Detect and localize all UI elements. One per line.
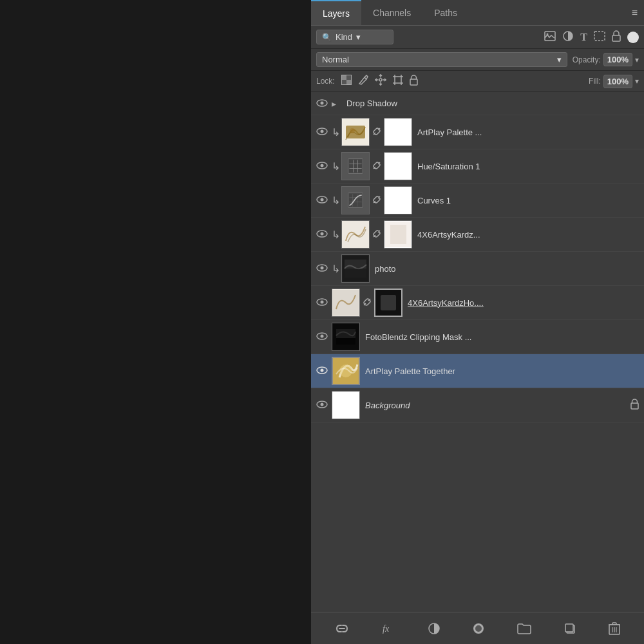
svg-rect-4 <box>612 35 620 41</box>
visibility-icon[interactable] <box>316 399 328 411</box>
link-icon <box>372 229 381 240</box>
link-icon <box>363 298 372 308</box>
adjustment-icon <box>341 152 370 180</box>
svg-point-26 <box>350 128 355 133</box>
mask-thumbnail <box>384 118 412 146</box>
filter-row: 🔍 Kind ▾ T <box>311 26 644 49</box>
kind-label: Kind <box>336 32 352 42</box>
visibility-icon[interactable] <box>316 126 328 138</box>
layer-name: FotoBlendz Clipping Mask ... <box>365 332 639 342</box>
visibility-icon[interactable] <box>316 229 328 240</box>
svg-point-80 <box>475 625 482 632</box>
layer-name: 4X6ArtsyKardzHo.... <box>408 298 639 308</box>
group-expand-icon[interactable]: ▸ <box>332 99 336 109</box>
clip-arrow-icon: ↳ <box>332 194 340 207</box>
add-style-icon[interactable]: fx <box>381 623 395 634</box>
svg-point-1 <box>547 33 549 35</box>
layer-name: Background <box>365 401 627 410</box>
opacity-value[interactable]: 100% <box>603 53 632 66</box>
layer-name: Hue/Saturation 1 <box>417 162 639 171</box>
layer-name: ArtPlay Palette ... <box>417 128 639 137</box>
svg-point-22 <box>321 101 324 104</box>
link-layers-icon[interactable] <box>335 623 349 634</box>
visibility-icon[interactable] <box>316 194 328 206</box>
lock-artboard-icon[interactable] <box>393 75 403 88</box>
clip-arrow-icon: ↳ <box>332 229 340 241</box>
visibility-icon[interactable] <box>316 331 328 343</box>
svg-rect-47 <box>385 187 411 213</box>
layer-name: photo <box>375 264 639 274</box>
filter-circle-indicator <box>627 32 639 43</box>
visibility-icon[interactable] <box>316 263 328 274</box>
svg-rect-5 <box>341 75 346 80</box>
svg-point-73 <box>321 403 324 406</box>
opacity-label: Opacity: <box>573 55 601 64</box>
fill-label: Fill: <box>589 77 601 86</box>
filter-text-icon[interactable]: T <box>580 32 587 43</box>
clip-arrow-icon: ↳ <box>332 126 340 138</box>
bottom-toolbar: fx <box>311 612 644 644</box>
svg-rect-75 <box>631 403 638 409</box>
layer-fotoblendz[interactable]: FotoBlendz Clipping Mask ... <box>311 320 644 354</box>
layer-name: ArtPlay Palette Together <box>365 366 639 376</box>
create-group-icon[interactable] <box>517 623 531 634</box>
lock-position-icon[interactable] <box>375 74 386 88</box>
svg-point-24 <box>321 130 324 133</box>
layer-photo[interactable]: ↳ photo <box>311 252 644 286</box>
layer-hue-saturation[interactable]: ↳ Hue/Saturation 1 <box>311 149 644 184</box>
svg-point-64 <box>321 335 324 338</box>
layer-thumbnail <box>332 391 360 419</box>
svg-point-39 <box>321 198 324 202</box>
fill-section: Fill: 100% ▾ <box>589 75 639 88</box>
blend-mode-dropdown[interactable]: Normal ▾ <box>316 52 567 67</box>
delete-layer-icon[interactable] <box>609 622 620 635</box>
svg-point-71 <box>339 365 352 377</box>
layer-artplay-together[interactable]: ArtPlay Palette Together <box>311 354 644 388</box>
lock-transparency-icon[interactable] <box>341 75 352 88</box>
svg-point-10 <box>379 79 382 81</box>
lock-image-icon[interactable] <box>358 75 368 88</box>
visibility-icon[interactable] <box>316 365 328 377</box>
fill-value[interactable]: 100% <box>603 75 632 88</box>
fill-chevron[interactable]: ▾ <box>635 77 639 86</box>
lock-label: Lock: <box>316 77 335 86</box>
layer-4x6-artsy-2[interactable]: 4X6ArtsyKardzHo.... <box>311 286 644 320</box>
tab-layers[interactable]: Layers <box>311 0 361 25</box>
svg-rect-7 <box>346 75 352 80</box>
add-adjustment-icon[interactable] <box>472 622 485 635</box>
layer-artplay-palette[interactable]: ↳ ArtPlay Palette ... <box>311 115 644 149</box>
svg-text:fx: fx <box>383 624 390 634</box>
panel-menu-icon[interactable]: ≡ <box>632 7 638 19</box>
layer-4x6-artsy-1[interactable]: ↳ 4X6ArtsyKardz... <box>311 218 644 252</box>
visibility-icon[interactable] <box>316 98 328 109</box>
opacity-section: Opacity: 100% ▾ <box>573 53 639 66</box>
filter-lock-icon[interactable] <box>612 30 621 44</box>
svg-point-69 <box>321 369 324 372</box>
layer-drop-shadow[interactable]: ▸ Drop Shadow <box>311 92 644 115</box>
opacity-chevron[interactable]: ▾ <box>635 55 639 64</box>
svg-rect-25 <box>343 119 368 145</box>
kind-chevron: ▾ <box>356 32 361 42</box>
layers-list: ▸ Drop Shadow ↳ ArtPlay Palette ... <box>311 92 644 612</box>
visibility-icon[interactable] <box>316 160 328 172</box>
layer-background[interactable]: Background <box>311 388 644 422</box>
filter-image-icon[interactable] <box>544 31 556 44</box>
tab-paths[interactable]: Paths <box>422 0 469 25</box>
kind-dropdown[interactable]: 🔍 Kind ▾ <box>316 30 393 44</box>
link-icon <box>372 127 381 138</box>
lock-all-icon[interactable] <box>410 75 418 88</box>
visibility-icon[interactable] <box>316 297 328 308</box>
tab-channels[interactable]: Channels <box>361 0 422 25</box>
duplicate-layer-icon[interactable] <box>564 622 576 635</box>
layer-curves[interactable]: ↳ Curv <box>311 184 644 218</box>
add-mask-icon[interactable] <box>428 622 440 635</box>
svg-point-49 <box>321 232 324 236</box>
layer-thumbnail <box>341 118 370 146</box>
adjustment-icon <box>341 186 370 214</box>
filter-shape-icon[interactable] <box>594 31 605 44</box>
filter-halftone-icon[interactable] <box>562 30 574 44</box>
svg-rect-27 <box>385 119 411 145</box>
layer-thumbnail <box>332 289 360 317</box>
lock-icons <box>341 74 418 88</box>
svg-rect-37 <box>385 153 411 179</box>
